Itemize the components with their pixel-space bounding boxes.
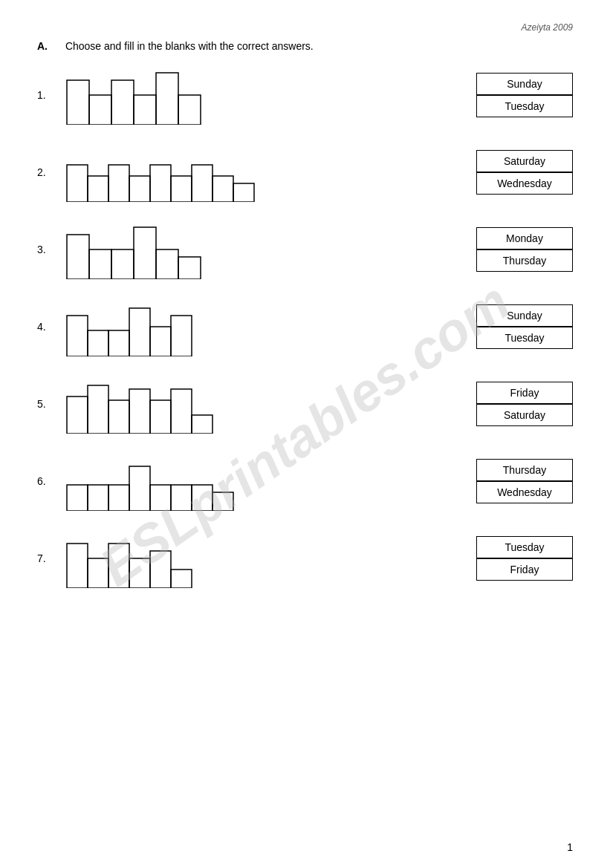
svg-rect-37	[129, 466, 150, 511]
svg-rect-24	[129, 308, 150, 356]
shape-svg-7	[59, 529, 297, 588]
svg-rect-40	[192, 485, 212, 511]
svg-rect-34	[67, 485, 88, 511]
options-7: Tuesday Friday	[476, 536, 573, 581]
option-4-2[interactable]: Tuesday	[476, 327, 573, 349]
options-4: Sunday Tuesday	[476, 304, 573, 349]
option-7-2[interactable]: Friday	[476, 558, 573, 581]
exercise-row-1: 1. Sunday Tuesday	[37, 65, 573, 125]
svg-rect-33	[192, 415, 212, 434]
svg-rect-42	[67, 544, 88, 588]
page-header: Azeiyta 2009	[37, 22, 573, 33]
exercise-row-4: 4. Sunday Tuesday	[37, 297, 573, 356]
svg-rect-13	[212, 176, 233, 202]
svg-rect-30	[129, 389, 150, 434]
svg-rect-12	[192, 165, 212, 202]
exercise-row-3: 3. Monday Thursday	[37, 220, 573, 279]
svg-rect-38	[150, 485, 171, 511]
shape-svg-3	[59, 220, 297, 279]
option-3-1[interactable]: Monday	[476, 227, 573, 249]
shape-svg-5	[59, 374, 297, 434]
svg-rect-47	[171, 570, 192, 588]
svg-rect-29	[108, 400, 129, 434]
option-6-1[interactable]: Thursday	[476, 459, 573, 481]
shape-svg-2	[59, 143, 297, 202]
row-number-3: 3.	[37, 244, 59, 255]
shape-svg-6	[59, 451, 297, 511]
options-6: Thursday Wednesday	[476, 459, 573, 503]
svg-rect-3	[134, 95, 156, 125]
page-number: 1	[567, 841, 573, 853]
row-number-6: 6.	[37, 475, 59, 487]
section-label: A.	[37, 40, 48, 52]
svg-rect-44	[108, 544, 129, 588]
row-number-1: 1.	[37, 89, 59, 101]
option-5-2[interactable]: Saturday	[476, 404, 573, 426]
option-1-1[interactable]: Sunday	[476, 73, 573, 95]
shape-svg-4	[59, 297, 297, 356]
exercise-row-2: 2. Saturday Wednesday	[37, 143, 573, 202]
watermark: ESLprintables.com	[0, 0, 610, 868]
shape-4	[59, 297, 357, 356]
svg-rect-15	[67, 235, 89, 279]
options-3: Monday Thursday	[476, 227, 573, 272]
options-1: Sunday Tuesday	[476, 73, 573, 117]
option-2-1[interactable]: Saturday	[476, 150, 573, 172]
exercise-row-6: 6. Thursday Wednesday	[37, 451, 573, 511]
svg-rect-0	[67, 80, 89, 125]
svg-rect-28	[88, 385, 108, 434]
svg-rect-43	[88, 558, 108, 588]
section-instruction: Choose and fill in the blanks with the c…	[65, 40, 314, 52]
svg-rect-4	[156, 73, 178, 125]
option-6-2[interactable]: Wednesday	[476, 481, 573, 503]
svg-rect-46	[150, 551, 171, 588]
row-number-5: 5.	[37, 398, 59, 410]
svg-rect-32	[171, 389, 192, 434]
options-2: Saturday Wednesday	[476, 150, 573, 195]
svg-rect-7	[88, 176, 108, 202]
svg-rect-6	[67, 165, 88, 202]
svg-rect-16	[89, 249, 111, 279]
svg-rect-11	[171, 176, 192, 202]
row-number-4: 4.	[37, 321, 59, 333]
svg-rect-41	[212, 492, 233, 511]
shape-7	[59, 529, 357, 588]
shape-6	[59, 451, 357, 511]
shape-5	[59, 374, 357, 434]
svg-rect-17	[111, 249, 134, 279]
option-3-2[interactable]: Thursday	[476, 249, 573, 272]
option-2-2[interactable]: Wednesday	[476, 172, 573, 195]
svg-rect-35	[88, 485, 108, 511]
svg-rect-14	[233, 183, 254, 202]
exercise-row-5: 5. Friday Saturday	[37, 374, 573, 434]
svg-rect-36	[108, 485, 129, 511]
svg-rect-27	[67, 397, 88, 434]
svg-rect-1	[89, 95, 111, 125]
section-title: A. Choose and fill in the blanks with th…	[37, 40, 573, 52]
options-5: Friday Saturday	[476, 382, 573, 426]
svg-rect-21	[67, 316, 88, 356]
svg-rect-23	[108, 330, 129, 356]
shape-2	[59, 143, 357, 202]
svg-rect-19	[156, 249, 178, 279]
option-7-1[interactable]: Tuesday	[476, 536, 573, 558]
svg-rect-25	[150, 327, 171, 356]
option-5-1[interactable]: Friday	[476, 382, 573, 404]
svg-rect-10	[150, 165, 171, 202]
shape-svg-1	[59, 65, 297, 125]
svg-rect-26	[171, 316, 192, 356]
svg-rect-5	[178, 95, 201, 125]
svg-rect-22	[88, 330, 108, 356]
option-1-2[interactable]: Tuesday	[476, 95, 573, 117]
svg-rect-31	[150, 400, 171, 434]
row-number-2: 2.	[37, 166, 59, 178]
svg-rect-9	[129, 176, 150, 202]
svg-rect-20	[178, 257, 201, 279]
svg-rect-8	[108, 165, 129, 202]
option-4-1[interactable]: Sunday	[476, 304, 573, 327]
attribution: Azeiyta 2009	[522, 22, 573, 33]
row-number-7: 7.	[37, 552, 59, 564]
svg-rect-45	[129, 558, 150, 588]
shape-3	[59, 220, 357, 279]
svg-rect-2	[111, 80, 134, 125]
